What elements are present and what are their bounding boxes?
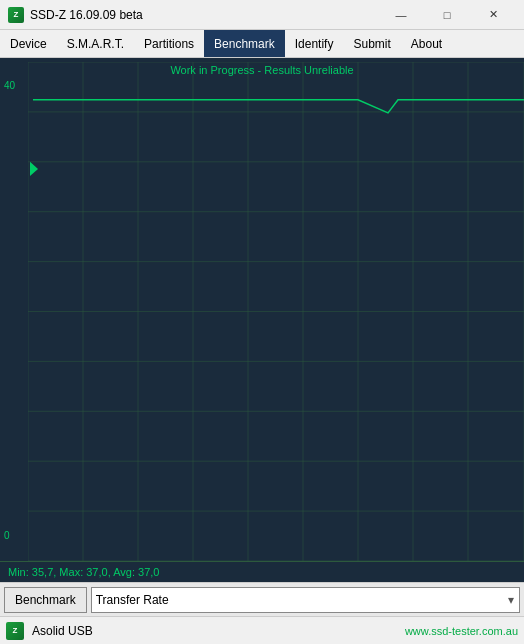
maximize-button[interactable]: □ — [424, 0, 470, 30]
menu-bar: DeviceS.M.A.R.T.PartitionsBenchmarkIdent… — [0, 30, 524, 58]
y-axis-top: 40 — [4, 80, 15, 91]
menu-item-benchmark[interactable]: Benchmark — [204, 30, 285, 57]
chart-svg — [28, 62, 524, 561]
menu-item-partitions[interactable]: Partitions — [134, 30, 204, 57]
metric-dropdown[interactable]: Transfer RateAccess TimeIOPS — [91, 587, 520, 613]
app-title: SSD-Z 16.09.09 beta — [30, 8, 378, 22]
chart-stats: Min: 35,7, Max: 37,0, Avg: 37,0 — [8, 566, 159, 578]
svg-marker-21 — [30, 162, 38, 176]
menu-item-s-m-a-r-t-[interactable]: S.M.A.R.T. — [57, 30, 134, 57]
status-app-icon: Z — [6, 622, 24, 640]
menu-item-submit[interactable]: Submit — [343, 30, 400, 57]
chart-area: Work in Progress - Results Unreliable 40… — [0, 58, 524, 561]
window-controls: — □ ✕ — [378, 0, 516, 30]
y-axis-bottom: 0 — [4, 530, 10, 541]
minimize-button[interactable]: — — [378, 0, 424, 30]
device-name: Asolid USB — [32, 624, 397, 638]
transfer-rate-dropdown-wrapper: Transfer RateAccess TimeIOPS ▾ — [91, 587, 520, 613]
benchmark-button[interactable]: Benchmark — [4, 587, 87, 613]
status-bar: Z Asolid USB www.ssd-tester.com.au — [0, 616, 524, 644]
stats-bar: Min: 35,7, Max: 37,0, Avg: 37,0 — [0, 561, 524, 582]
title-bar: Z SSD-Z 16.09.09 beta — □ ✕ — [0, 0, 524, 30]
close-button[interactable]: ✕ — [470, 0, 516, 30]
app-icon: Z — [8, 7, 24, 23]
menu-item-identify[interactable]: Identify — [285, 30, 344, 57]
menu-item-device[interactable]: Device — [0, 30, 57, 57]
bottom-toolbar: Benchmark Transfer RateAccess TimeIOPS ▾ — [0, 582, 524, 616]
website-link: www.ssd-tester.com.au — [405, 625, 518, 637]
main-content: Work in Progress - Results Unreliable 40… — [0, 58, 524, 582]
menu-item-about[interactable]: About — [401, 30, 452, 57]
